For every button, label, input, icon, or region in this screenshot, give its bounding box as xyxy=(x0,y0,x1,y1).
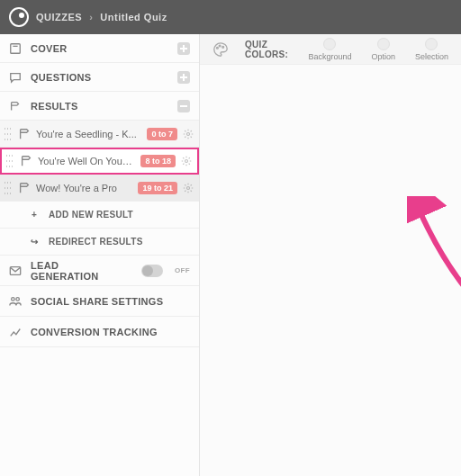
envelope-icon xyxy=(9,265,22,277)
svg-point-2 xyxy=(185,160,188,163)
flag-icon xyxy=(20,155,32,167)
gear-icon[interactable] xyxy=(183,183,194,193)
score-range-badge: 8 to 18 xyxy=(140,155,176,167)
svg-point-7 xyxy=(217,47,219,49)
chart-icon xyxy=(9,326,22,338)
result-item[interactable]: You're a Seedling - K... 0 to 7 xyxy=(0,121,199,148)
section-label: RESULTS xyxy=(31,101,78,112)
section-questions[interactable]: QUESTIONS xyxy=(0,63,199,92)
color-swatch-selection[interactable]: Selection xyxy=(415,38,448,61)
section-cover[interactable]: COVER xyxy=(0,34,199,63)
flag-icon xyxy=(18,128,31,140)
drag-handle-icon[interactable] xyxy=(4,128,13,140)
breadcrumb-root[interactable]: QUIZZES xyxy=(36,12,82,22)
swatch-label: Background xyxy=(308,52,351,61)
section-results[interactable]: RESULTS xyxy=(0,92,199,121)
svg-point-5 xyxy=(12,297,15,301)
result-label: You're Well On Your ... xyxy=(38,156,135,166)
action-label: ADD NEW RESULT xyxy=(49,210,133,220)
color-bar: QUIZ COLORS: Background Option Selection xyxy=(200,34,461,65)
result-label: Wow! You're a Pro xyxy=(36,183,132,193)
gear-icon[interactable] xyxy=(183,129,194,139)
redirect-icon: ↪ xyxy=(29,237,40,247)
swatch-dot xyxy=(425,38,438,50)
sidebar: COVER QUESTIONS RESULTS You're xyxy=(0,34,200,476)
svg-point-6 xyxy=(16,297,20,301)
tool-label: SOCIAL SHARE SETTINGS xyxy=(31,296,163,307)
redirect-results-button[interactable]: ↪ REDIRECT RESULTS xyxy=(0,229,199,256)
cover-icon xyxy=(9,42,22,55)
toggle-state: OFF xyxy=(175,266,190,274)
palette-icon xyxy=(212,41,229,58)
add-result-button[interactable]: + ADD NEW RESULT xyxy=(0,202,199,229)
gear-icon[interactable] xyxy=(181,156,192,166)
section-label: QUESTIONS xyxy=(31,72,92,83)
tool-label: LEAD GENERATION xyxy=(31,260,123,282)
color-swatch-option[interactable]: Option xyxy=(371,38,395,61)
people-icon xyxy=(9,295,22,308)
colorbar-label: QUIZ COLORS: xyxy=(245,40,292,59)
questions-icon xyxy=(9,71,22,84)
result-item[interactable]: Wow! You're a Pro 19 to 21 xyxy=(0,175,199,202)
action-label: REDIRECT RESULTS xyxy=(49,237,143,247)
tool-label: CONVERSION TRACKING xyxy=(31,327,158,337)
swatch-dot xyxy=(323,38,336,50)
flag-icon xyxy=(18,182,31,194)
svg-point-8 xyxy=(219,45,221,47)
collapse-icon[interactable] xyxy=(177,100,190,112)
logo-icon xyxy=(9,7,29,27)
svg-point-1 xyxy=(187,132,190,135)
content-area: QUIZ COLORS: Background Option Selection xyxy=(200,34,461,476)
lead-gen-toggle[interactable] xyxy=(141,265,163,277)
expand-icon[interactable] xyxy=(177,42,190,55)
lead-generation-row[interactable]: LEAD GENERATION OFF xyxy=(0,256,199,286)
breadcrumb: QUIZZES › Untitled Quiz xyxy=(36,12,167,22)
expand-icon[interactable] xyxy=(177,71,190,84)
results-icon xyxy=(9,100,22,112)
social-share-row[interactable]: SOCIAL SHARE SETTINGS xyxy=(0,286,199,317)
result-label: You're a Seedling - K... xyxy=(36,129,141,139)
swatch-label: Selection xyxy=(415,52,448,61)
swatch-label: Option xyxy=(371,52,395,61)
conversion-tracking-row[interactable]: CONVERSION TRACKING xyxy=(0,317,199,347)
svg-point-9 xyxy=(222,46,224,48)
breadcrumb-current[interactable]: Untitled Quiz xyxy=(100,12,167,22)
swatch-dot xyxy=(377,38,390,50)
drag-handle-icon[interactable] xyxy=(4,182,13,194)
score-range-badge: 0 to 7 xyxy=(147,128,177,140)
score-range-badge: 19 to 21 xyxy=(138,182,177,194)
result-item-selected[interactable]: You're Well On Your ... 8 to 18 xyxy=(0,148,199,175)
svg-rect-0 xyxy=(11,43,21,53)
svg-point-3 xyxy=(187,186,190,189)
plus-icon: + xyxy=(29,210,40,220)
annotation-arrow-icon xyxy=(407,196,461,349)
section-label: COVER xyxy=(31,43,68,54)
drag-handle-icon[interactable] xyxy=(5,155,14,167)
color-swatch-background[interactable]: Background xyxy=(308,38,351,61)
chevron-right-icon: › xyxy=(89,12,93,22)
app-header: QUIZZES › Untitled Quiz xyxy=(0,0,461,34)
